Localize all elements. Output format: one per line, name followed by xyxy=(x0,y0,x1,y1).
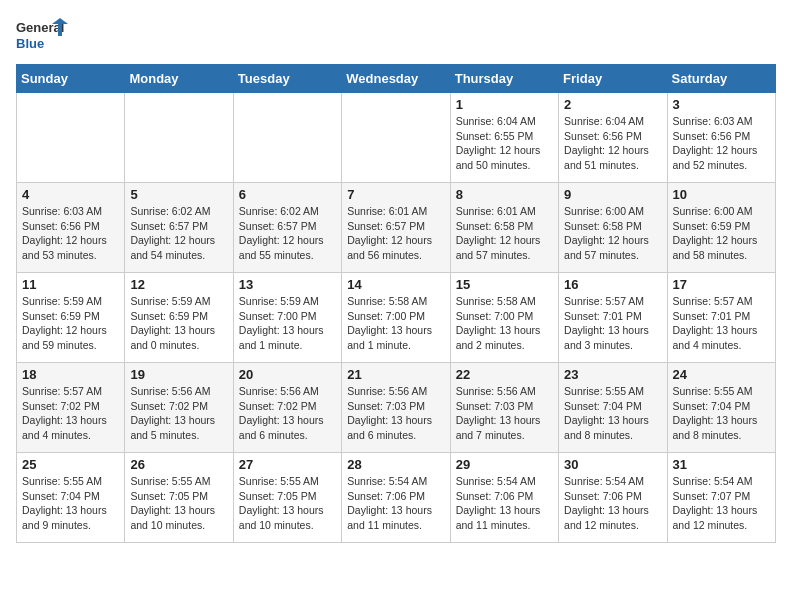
calendar-cell: 25Sunrise: 5:55 AM Sunset: 7:04 PM Dayli… xyxy=(17,453,125,543)
calendar-cell: 6Sunrise: 6:02 AM Sunset: 6:57 PM Daylig… xyxy=(233,183,341,273)
calendar-cell xyxy=(233,93,341,183)
day-info: Sunrise: 6:02 AM Sunset: 6:57 PM Dayligh… xyxy=(239,204,336,263)
day-number: 21 xyxy=(347,367,444,382)
calendar-cell: 3Sunrise: 6:03 AM Sunset: 6:56 PM Daylig… xyxy=(667,93,775,183)
day-info: Sunrise: 5:57 AM Sunset: 7:01 PM Dayligh… xyxy=(673,294,770,353)
calendar-week-row: 1Sunrise: 6:04 AM Sunset: 6:55 PM Daylig… xyxy=(17,93,776,183)
calendar-week-row: 18Sunrise: 5:57 AM Sunset: 7:02 PM Dayli… xyxy=(17,363,776,453)
weekday-header: Wednesday xyxy=(342,65,450,93)
day-info: Sunrise: 5:58 AM Sunset: 7:00 PM Dayligh… xyxy=(456,294,553,353)
day-number: 10 xyxy=(673,187,770,202)
day-number: 19 xyxy=(130,367,227,382)
weekday-header: Saturday xyxy=(667,65,775,93)
calendar-cell: 20Sunrise: 5:56 AM Sunset: 7:02 PM Dayli… xyxy=(233,363,341,453)
calendar-cell: 15Sunrise: 5:58 AM Sunset: 7:00 PM Dayli… xyxy=(450,273,558,363)
day-info: Sunrise: 5:54 AM Sunset: 7:06 PM Dayligh… xyxy=(456,474,553,533)
calendar-cell: 30Sunrise: 5:54 AM Sunset: 7:06 PM Dayli… xyxy=(559,453,667,543)
day-info: Sunrise: 5:57 AM Sunset: 7:02 PM Dayligh… xyxy=(22,384,119,443)
day-number: 3 xyxy=(673,97,770,112)
day-info: Sunrise: 5:56 AM Sunset: 7:02 PM Dayligh… xyxy=(239,384,336,443)
day-info: Sunrise: 5:55 AM Sunset: 7:05 PM Dayligh… xyxy=(130,474,227,533)
day-info: Sunrise: 6:00 AM Sunset: 6:59 PM Dayligh… xyxy=(673,204,770,263)
day-number: 31 xyxy=(673,457,770,472)
day-number: 18 xyxy=(22,367,119,382)
day-info: Sunrise: 6:04 AM Sunset: 6:55 PM Dayligh… xyxy=(456,114,553,173)
day-number: 24 xyxy=(673,367,770,382)
calendar-week-row: 4Sunrise: 6:03 AM Sunset: 6:56 PM Daylig… xyxy=(17,183,776,273)
day-info: Sunrise: 5:58 AM Sunset: 7:00 PM Dayligh… xyxy=(347,294,444,353)
header: General Blue xyxy=(16,16,776,56)
day-info: Sunrise: 5:56 AM Sunset: 7:03 PM Dayligh… xyxy=(456,384,553,443)
day-info: Sunrise: 5:55 AM Sunset: 7:04 PM Dayligh… xyxy=(564,384,661,443)
day-number: 30 xyxy=(564,457,661,472)
day-number: 13 xyxy=(239,277,336,292)
day-info: Sunrise: 6:03 AM Sunset: 6:56 PM Dayligh… xyxy=(22,204,119,263)
calendar-week-row: 11Sunrise: 5:59 AM Sunset: 6:59 PM Dayli… xyxy=(17,273,776,363)
day-info: Sunrise: 5:56 AM Sunset: 7:02 PM Dayligh… xyxy=(130,384,227,443)
day-number: 2 xyxy=(564,97,661,112)
calendar-cell: 14Sunrise: 5:58 AM Sunset: 7:00 PM Dayli… xyxy=(342,273,450,363)
day-number: 15 xyxy=(456,277,553,292)
day-info: Sunrise: 5:55 AM Sunset: 7:04 PM Dayligh… xyxy=(673,384,770,443)
day-number: 8 xyxy=(456,187,553,202)
day-info: Sunrise: 6:02 AM Sunset: 6:57 PM Dayligh… xyxy=(130,204,227,263)
generalblue-logo: General Blue xyxy=(16,16,68,56)
day-number: 14 xyxy=(347,277,444,292)
weekday-header: Monday xyxy=(125,65,233,93)
day-number: 9 xyxy=(564,187,661,202)
weekday-header: Thursday xyxy=(450,65,558,93)
day-number: 12 xyxy=(130,277,227,292)
day-number: 22 xyxy=(456,367,553,382)
calendar-cell: 2Sunrise: 6:04 AM Sunset: 6:56 PM Daylig… xyxy=(559,93,667,183)
day-number: 25 xyxy=(22,457,119,472)
calendar-cell: 1Sunrise: 6:04 AM Sunset: 6:55 PM Daylig… xyxy=(450,93,558,183)
calendar-cell: 11Sunrise: 5:59 AM Sunset: 6:59 PM Dayli… xyxy=(17,273,125,363)
calendar-cell: 16Sunrise: 5:57 AM Sunset: 7:01 PM Dayli… xyxy=(559,273,667,363)
day-number: 4 xyxy=(22,187,119,202)
calendar-cell: 19Sunrise: 5:56 AM Sunset: 7:02 PM Dayli… xyxy=(125,363,233,453)
day-info: Sunrise: 5:59 AM Sunset: 6:59 PM Dayligh… xyxy=(130,294,227,353)
day-number: 20 xyxy=(239,367,336,382)
day-info: Sunrise: 5:54 AM Sunset: 7:07 PM Dayligh… xyxy=(673,474,770,533)
day-number: 26 xyxy=(130,457,227,472)
day-info: Sunrise: 5:54 AM Sunset: 7:06 PM Dayligh… xyxy=(347,474,444,533)
calendar-cell: 24Sunrise: 5:55 AM Sunset: 7:04 PM Dayli… xyxy=(667,363,775,453)
calendar-cell xyxy=(125,93,233,183)
day-info: Sunrise: 5:59 AM Sunset: 7:00 PM Dayligh… xyxy=(239,294,336,353)
calendar-cell: 27Sunrise: 5:55 AM Sunset: 7:05 PM Dayli… xyxy=(233,453,341,543)
calendar-cell: 7Sunrise: 6:01 AM Sunset: 6:57 PM Daylig… xyxy=(342,183,450,273)
day-info: Sunrise: 6:01 AM Sunset: 6:57 PM Dayligh… xyxy=(347,204,444,263)
day-number: 29 xyxy=(456,457,553,472)
day-number: 6 xyxy=(239,187,336,202)
weekday-header: Tuesday xyxy=(233,65,341,93)
day-number: 11 xyxy=(22,277,119,292)
day-number: 7 xyxy=(347,187,444,202)
calendar-cell: 12Sunrise: 5:59 AM Sunset: 6:59 PM Dayli… xyxy=(125,273,233,363)
day-number: 28 xyxy=(347,457,444,472)
weekday-header-row: SundayMondayTuesdayWednesdayThursdayFrid… xyxy=(17,65,776,93)
day-info: Sunrise: 6:01 AM Sunset: 6:58 PM Dayligh… xyxy=(456,204,553,263)
day-info: Sunrise: 6:04 AM Sunset: 6:56 PM Dayligh… xyxy=(564,114,661,173)
day-info: Sunrise: 5:56 AM Sunset: 7:03 PM Dayligh… xyxy=(347,384,444,443)
day-number: 5 xyxy=(130,187,227,202)
calendar-cell: 18Sunrise: 5:57 AM Sunset: 7:02 PM Dayli… xyxy=(17,363,125,453)
calendar-cell: 23Sunrise: 5:55 AM Sunset: 7:04 PM Dayli… xyxy=(559,363,667,453)
calendar-cell: 10Sunrise: 6:00 AM Sunset: 6:59 PM Dayli… xyxy=(667,183,775,273)
day-info: Sunrise: 5:54 AM Sunset: 7:06 PM Dayligh… xyxy=(564,474,661,533)
day-info: Sunrise: 5:55 AM Sunset: 7:05 PM Dayligh… xyxy=(239,474,336,533)
day-number: 17 xyxy=(673,277,770,292)
weekday-header: Sunday xyxy=(17,65,125,93)
calendar-cell: 31Sunrise: 5:54 AM Sunset: 7:07 PM Dayli… xyxy=(667,453,775,543)
day-number: 1 xyxy=(456,97,553,112)
calendar-cell xyxy=(17,93,125,183)
day-info: Sunrise: 6:03 AM Sunset: 6:56 PM Dayligh… xyxy=(673,114,770,173)
calendar-cell: 9Sunrise: 6:00 AM Sunset: 6:58 PM Daylig… xyxy=(559,183,667,273)
calendar-cell: 21Sunrise: 5:56 AM Sunset: 7:03 PM Dayli… xyxy=(342,363,450,453)
calendar-cell: 8Sunrise: 6:01 AM Sunset: 6:58 PM Daylig… xyxy=(450,183,558,273)
day-number: 23 xyxy=(564,367,661,382)
calendar-table: SundayMondayTuesdayWednesdayThursdayFrid… xyxy=(16,64,776,543)
calendar-cell xyxy=(342,93,450,183)
day-info: Sunrise: 5:55 AM Sunset: 7:04 PM Dayligh… xyxy=(22,474,119,533)
calendar-week-row: 25Sunrise: 5:55 AM Sunset: 7:04 PM Dayli… xyxy=(17,453,776,543)
day-number: 16 xyxy=(564,277,661,292)
